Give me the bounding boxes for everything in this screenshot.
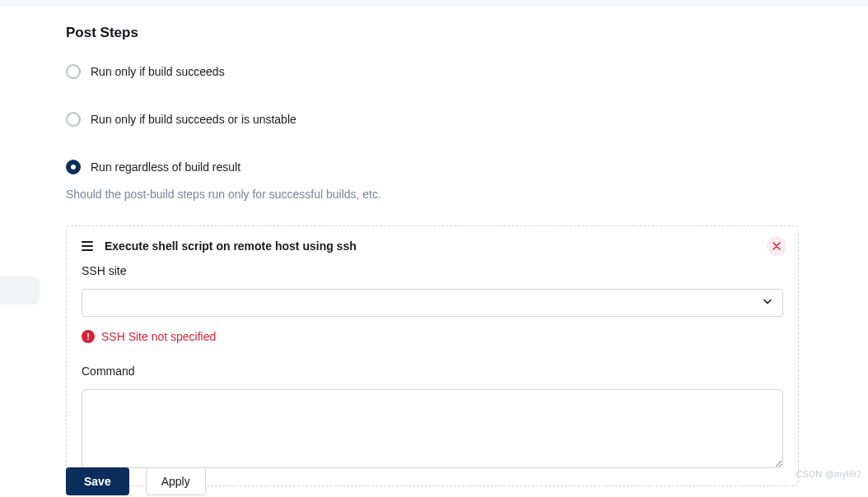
ssh-site-label: SSH site: [82, 264, 783, 277]
action-bar: Save Apply: [66, 462, 206, 497]
ssh-site-select-wrap: [82, 289, 783, 317]
section-title: Post Steps: [66, 25, 799, 41]
field-ssh-site: SSH site ! SSH Site not specified: [82, 264, 783, 343]
error-text: SSH Site not specified: [101, 330, 216, 343]
radio-label: Run only if build succeeds: [91, 65, 225, 78]
field-command: Command: [82, 365, 783, 471]
error-icon: !: [82, 330, 95, 343]
top-bar: [0, 0, 868, 7]
radio-icon: [66, 160, 81, 174]
drag-handle-icon[interactable]: [82, 241, 93, 251]
remove-step-button[interactable]: [767, 236, 786, 256]
watermark: CSDN @myli92: [796, 469, 861, 479]
radio-option-success-only[interactable]: Run only if build succeeds: [66, 64, 799, 79]
ssh-site-error: ! SSH Site not specified: [82, 330, 783, 343]
main-content: Post Steps Run only if build succeeds Ru…: [0, 7, 799, 486]
command-label: Command: [82, 365, 783, 378]
radio-label: Run regardless of build result: [91, 160, 240, 174]
radio-option-success-unstable[interactable]: Run only if build succeeds or is unstabl…: [66, 112, 799, 127]
radio-option-regardless[interactable]: Run regardless of build result: [66, 160, 799, 174]
ssh-site-select[interactable]: [82, 289, 783, 317]
side-collapsed-tab[interactable]: [0, 276, 40, 304]
apply-button[interactable]: Apply: [146, 467, 206, 495]
build-step-ssh: Execute shell script on remote host usin…: [66, 225, 799, 486]
step-title: Execute shell script on remote host usin…: [105, 239, 357, 253]
step-header: Execute shell script on remote host usin…: [82, 239, 783, 253]
help-text: Should the post-build steps run only for…: [66, 188, 799, 201]
close-icon: [772, 242, 781, 250]
radio-label: Run only if build succeeds or is unstabl…: [91, 113, 296, 126]
save-button[interactable]: Save: [66, 467, 129, 495]
radio-icon: [66, 64, 81, 79]
radio-icon: [66, 112, 81, 127]
command-textarea[interactable]: [82, 389, 783, 468]
radio-group-post-steps: Run only if build succeeds Run only if b…: [66, 64, 799, 174]
